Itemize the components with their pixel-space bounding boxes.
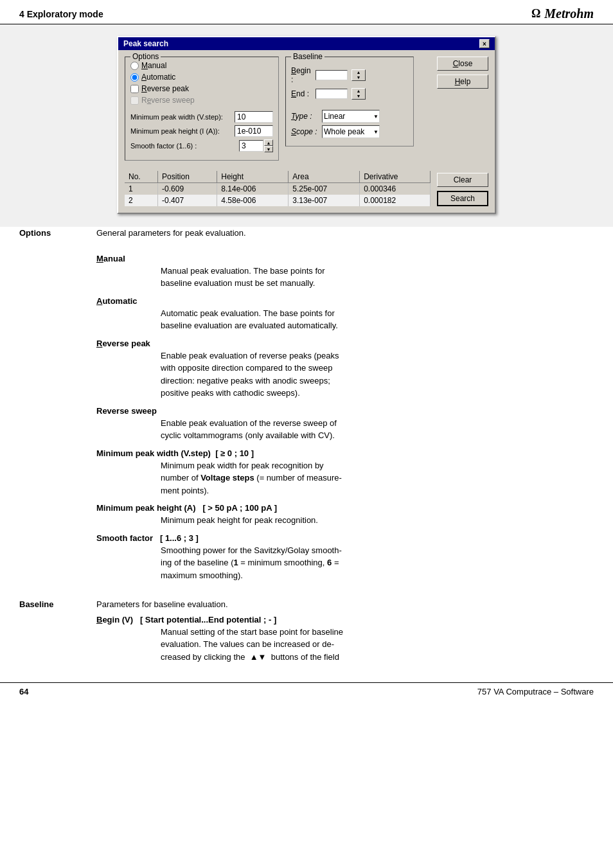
manual-subsection-label — [19, 254, 96, 589]
begin-input[interactable] — [315, 70, 348, 80]
scope-label: Scope : — [291, 127, 318, 136]
help-button[interactable]: Help — [437, 75, 488, 89]
smooth-spin-buttons: ▲ ▼ — [264, 139, 273, 152]
options-desc: General parameters for peak evaluation. — [96, 227, 594, 240]
automatic-body: Automatic peak evaluation. The base poin… — [96, 307, 594, 332]
min-width-input[interactable]: 10 — [235, 111, 273, 123]
table-cell-derivative: 0.000182 — [360, 195, 431, 206]
type-select[interactable]: Linear Spline — [322, 110, 380, 123]
min-height-input[interactable]: 1e-010 — [235, 125, 273, 137]
table-cell-height: 4.58e-006 — [217, 195, 289, 206]
end-row: End : ▲▼ — [291, 88, 408, 100]
smooth-spin: ▲ ▼ — [239, 139, 273, 152]
reverse-peak-body: Enable peak evaluation of reverse peaks … — [96, 350, 594, 400]
min-width-row: Minimum peak width (V.step): 10 — [130, 111, 273, 123]
baseline-section-body: Parameters for baseline evaluation. Begi… — [96, 598, 594, 669]
product-name: 757 VA Computrace – Software — [477, 687, 594, 696]
automatic-radio[interactable] — [130, 73, 139, 82]
dialog-right-panel: Close Help Clear Search — [437, 57, 488, 206]
min-height-label: Minimum peak height (I (A)): — [130, 127, 232, 135]
table-cell-no: 1 — [125, 183, 158, 195]
options-section-body: General parameters for peak evaluation. — [96, 227, 594, 244]
smooth-spin-up[interactable]: ▲ — [264, 139, 273, 146]
smooth-input[interactable] — [239, 140, 263, 152]
brand-name: Metrohm — [544, 6, 594, 21]
manual-radio-row: Manual — [130, 61, 273, 70]
min-width-label: Minimum peak width (V.step): — [130, 113, 232, 121]
manual-body: Manual peak evaluation. The base points … — [96, 265, 594, 290]
scope-select-wrapper: Whole peak Left Right ▼ — [322, 125, 380, 138]
results-table: No. Position Height Area Derivative 1-0.… — [125, 171, 431, 206]
scope-row: Scope : Whole peak Left Right ▼ — [291, 125, 408, 138]
peak-search-dialog: Peak search × Options Manual — [117, 36, 496, 214]
scope-select[interactable]: Whole peak Left Right — [322, 125, 380, 138]
clear-button[interactable]: Clear — [437, 173, 488, 187]
table-cell-area: 5.25e-007 — [289, 183, 360, 195]
reverse-sweep-body: Enable peak evaluation of the reverse sw… — [96, 417, 594, 442]
reverse-peak-checkbox[interactable] — [130, 85, 139, 93]
smooth-title: Smooth factor [ 1...6 ; 3 ] — [96, 533, 594, 543]
col-derivative: Derivative — [360, 171, 431, 183]
options-section: Options General parameters for peak eval… — [19, 227, 594, 244]
table-row: 1-0.6098.14e-0065.25e-0070.000346 — [125, 183, 431, 195]
dialog-titlebar: Peak search × — [118, 37, 495, 50]
begin-title: Begin (V) [ Start potential...End potent… — [96, 615, 594, 624]
min-width-block: Minimum peak width (V.step) [ ≥ 0 ; 10 ]… — [96, 448, 594, 497]
smooth-factor-row: Smooth factor (1..6) : ▲ ▼ — [130, 139, 273, 152]
col-area: Area — [289, 171, 360, 183]
reverse-peak-row: Reverse peak — [130, 84, 273, 93]
reverse-sweep-checkbox[interactable] — [130, 96, 139, 105]
end-input[interactable] — [315, 89, 348, 99]
table-cell-no: 2 — [125, 195, 158, 206]
min-height-body: Minimum peak height for peak recognition… — [96, 514, 594, 527]
reverse-peak-title: Reverse peak — [96, 339, 594, 348]
smooth-block: Smooth factor [ 1...6 ; 3 ] Smoothing po… — [96, 533, 594, 582]
reverse-sweep-label: Reverse sweep — [141, 96, 195, 105]
dialog-top-groups: Options Manual Automatic Reverse peak — [125, 57, 431, 166]
min-height-block: Minimum peak height (A) [ > 50 pA ; 100 … — [96, 503, 594, 527]
metrohm-symbol-icon: Ω — [531, 7, 540, 21]
automatic-title: Automatic — [96, 296, 594, 306]
dialog-area: Peak search × Options Manual — [0, 24, 613, 227]
reverse-peak-block: Reverse peak Enable peak evaluation of r… — [96, 339, 594, 400]
reverse-peak-label: Reverse peak — [141, 84, 189, 93]
smooth-spin-down[interactable]: ▼ — [264, 146, 273, 152]
type-label: Type : — [291, 112, 318, 121]
automatic-radio-row: Automatic — [130, 73, 273, 82]
manual-radio-label: Manual — [141, 61, 166, 70]
begin-label: Begin : — [291, 66, 312, 84]
automatic-radio-label: Automatic — [141, 73, 175, 82]
main-content: Options General parameters for peak eval… — [0, 227, 613, 669]
options-groupbox: Options Manual Automatic Reverse peak — [125, 57, 279, 161]
table-cell-height: 8.14e-006 — [217, 183, 289, 195]
end-spin: ▲▼ — [351, 88, 366, 100]
automatic-subsection-block: Automatic Automatic peak evaluation. The… — [96, 296, 594, 332]
begin-block: Begin (V) [ Start potential...End potent… — [96, 615, 594, 664]
table-cell-position: -0.609 — [158, 183, 217, 195]
min-height-row: Minimum peak height (I (A)): 1e-010 — [130, 125, 273, 137]
end-label: End : — [291, 89, 312, 98]
dialog-title: Peak search — [123, 39, 168, 48]
begin-row: Begin : ▲▼ — [291, 66, 408, 84]
min-height-title: Minimum peak height (A) [ > 50 pA ; 100 … — [96, 503, 594, 513]
col-position: Position — [158, 171, 217, 183]
chapter-title: 4 Exploratory mode — [19, 9, 103, 19]
table-cell-position: -0.407 — [158, 195, 217, 206]
dialog-close-x-button[interactable]: × — [479, 39, 490, 48]
col-no: No. — [125, 171, 158, 183]
begin-body: Manual setting of the start base point f… — [96, 626, 594, 664]
smooth-body: Smoothing power for the Savitzky/Golay s… — [96, 544, 594, 582]
search-button[interactable]: Search — [437, 191, 488, 206]
begin-spin: ▲▼ — [351, 69, 366, 81]
manual-radio[interactable] — [130, 62, 139, 70]
options-section-label: Options — [19, 227, 96, 244]
manual-subsection-body: Manual Manual peak evaluation. The base … — [96, 254, 594, 589]
manual-subsection: Manual Manual peak evaluation. The base … — [19, 254, 594, 589]
table-cell-area: 3.13e-007 — [289, 195, 360, 206]
options-group-label: Options — [130, 52, 161, 61]
smooth-label: Smooth factor (1..6) : — [130, 142, 236, 150]
dialog-left-panel: Options Manual Automatic Reverse peak — [125, 57, 431, 206]
reverse-sweep-row: Reverse sweep — [130, 96, 273, 105]
reverse-sweep-block: Reverse sweep Enable peak evaluation of … — [96, 406, 594, 442]
close-button[interactable]: Close — [437, 57, 488, 71]
